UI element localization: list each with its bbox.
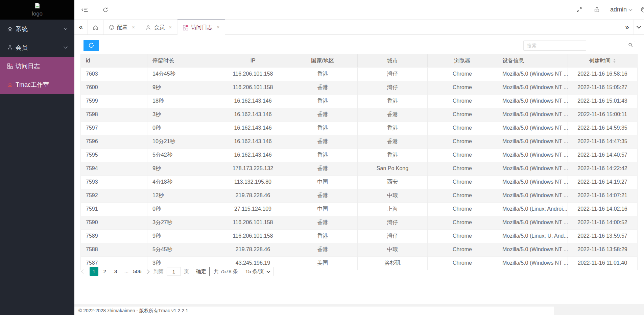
collapse-sidebar-icon[interactable] [81,7,88,13]
table-cell: 7589 [81,230,147,243]
search-button[interactable] [626,41,635,50]
table-cell: 香港 [288,81,358,94]
page-button-3[interactable]: 3 [111,267,120,276]
tab-label: 配置 [117,24,128,31]
lock-screen-icon[interactable] [594,7,599,12]
confirm-button[interactable]: 确定 [193,267,210,276]
table-cell: 灣仔 [358,230,428,243]
topbar-right: admin [576,0,644,20]
table-cell: Mozilla/5.0 (Windows NT ... [497,135,568,148]
table-cell: Mozilla/5.0 (Linux; Androi... [497,203,568,216]
table-cell: 香港 [288,108,358,121]
sidebar-item-access-log[interactable]: 访问日志 [0,57,74,75]
per-page-select[interactable]: 15 条/页 [242,267,273,276]
page-button-1[interactable]: 1 [90,267,98,276]
search-input[interactable] [523,41,586,51]
sidebar-item-members[interactable]: 会员 [0,38,74,57]
table-cell: 0秒 [147,203,218,216]
table-cell: 27.115.124.109 [218,203,288,216]
table-cell: 9秒 [147,230,218,243]
table-cell: 2022-11-16 14:00:52 [568,216,637,229]
table-cell: Mozilla/5.0 (Windows NT ... [497,216,568,229]
close-icon[interactable]: × [132,24,135,30]
tab-label: 会员 [154,24,165,31]
column-header: 国家/地区 [288,54,358,67]
home-icon [7,26,13,32]
table-cell: Chrome [428,135,497,148]
table-cell: Chrome [428,68,497,81]
table-cell: Chrome [428,257,497,270]
table-cell: 7600 [81,81,147,94]
table-cell: 7598 [81,108,147,121]
prev-page-icon[interactable] [81,269,86,274]
table-cell: 219.78.228.46 [218,189,288,202]
reload-page-icon[interactable] [102,7,109,13]
table-cell: 香港 [358,108,428,121]
table-cell: 香港 [288,122,358,135]
table-cell: 7592 [81,189,147,202]
table-row: 75934分18秒113.132.195.80中国西安ChromeMozilla… [81,175,637,189]
table-cell: Mozilla/5.0 (Windows NT ... [497,257,568,270]
theme-palette-icon[interactable] [641,6,644,13]
tab-label: 访问日志 [191,24,213,31]
table-cell: 16.162.143.146 [218,122,288,135]
user-menu[interactable]: admin [610,6,632,13]
table-cell: 16.162.143.146 [218,95,288,108]
table-cell: 7588 [81,243,147,256]
tabs: 配置×会员×访问日志× [87,20,225,34]
table-cell: 16.162.143.146 [218,149,288,162]
grid-icon [7,63,13,69]
table-cell: 178.173.225.132 [218,162,288,175]
table-row: 75970秒16.162.143.146香港香港ChromeMozilla/5.… [81,121,637,135]
table-cell: 4分18秒 [147,176,218,189]
page-ellipsis: ... [122,267,131,276]
table-cell: Chrome [428,203,497,216]
table-cell: Chrome [428,176,497,189]
sort-icon[interactable] [613,55,616,67]
fullscreen-icon[interactable] [576,7,582,12]
sidebar-item-tmac-studio[interactable]: Tmac工作室 [0,75,74,94]
table-cell: 219.78.228.46 [218,243,288,256]
table-cell: 116.206.101.158 [218,216,288,229]
table-cell: Chrome [428,95,497,108]
table-cell: 香港 [358,95,428,108]
chevron-down-icon [64,26,67,30]
column-header: 设备信息 [497,54,568,67]
tabs-scroll-left[interactable]: « [74,20,87,34]
table-cell: 16.162.143.146 [218,108,288,121]
chevron-down-icon [637,24,641,29]
table-cell: Mozilla/5.0 (Windows NT ... [497,68,568,81]
table-cell: 上海 [358,203,428,216]
tab-config[interactable]: 配置× [104,20,140,34]
tabs-more-menu[interactable] [634,20,644,34]
next-page-icon[interactable] [145,269,149,274]
tab-access-log[interactable]: 访问日志× [177,20,225,34]
table-row: 76009秒116.206.101.158香港灣仔ChromeMozilla/5… [81,81,637,94]
table-cell: 18秒 [147,95,218,108]
table-cell: Chrome [428,81,497,94]
refresh-button[interactable] [84,40,99,51]
column-header[interactable]: 创建时间 [568,54,637,67]
table-cell: Chrome [428,149,497,162]
close-icon[interactable]: × [169,24,172,30]
tab-members[interactable]: 会员× [140,20,177,34]
column-label: IP [250,58,255,63]
column-label: 创建时间 [589,58,611,63]
page-button-2[interactable]: 2 [100,267,109,276]
page-button-506[interactable]: 506 [133,267,142,276]
table-cell: 113.132.195.80 [218,176,288,189]
username: admin [610,6,627,13]
table-cell: 2022-11-16 13:58:29 [568,243,637,256]
close-icon[interactable]: × [217,24,220,30]
chevron-down-icon [628,7,632,11]
table-header: id停留时长IP国家/地区城市浏览器设备信息创建时间 [81,54,637,67]
column-header: 停留时长 [147,54,218,67]
table-cell: 香港 [288,243,358,256]
tabs-scroll-right[interactable]: » [621,20,634,34]
table-cell: 12秒 [147,189,218,202]
sidebar-item-label: Tmac工作室 [16,81,49,89]
table-cell: Mozilla/5.0 (Linux; U; And... [497,230,568,243]
sidebar-item-system[interactable]: 系统 [0,20,74,38]
goto-page-input[interactable] [167,267,181,276]
tab-home[interactable] [87,20,104,34]
